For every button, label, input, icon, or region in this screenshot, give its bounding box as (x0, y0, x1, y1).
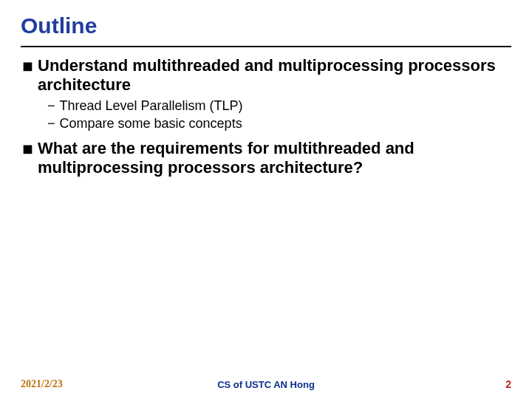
bullet-level1: ◼ Understand multithreaded and multiproc… (22, 56, 511, 95)
list-item: − Compare some basic concepts (47, 115, 511, 132)
dash-bullet-icon: − (47, 115, 55, 132)
list-item: ◼ Understand multithreaded and multiproc… (22, 56, 511, 132)
list-item: ◼ What are the requirements for multithr… (22, 139, 511, 177)
bullet-text: Understand multithreaded and multiproces… (38, 56, 511, 95)
square-bullet-icon: ◼ (22, 56, 33, 75)
title-divider (21, 46, 511, 47)
bullet-level1: ◼ What are the requirements for multithr… (22, 139, 511, 177)
sub-bullet-text: Thread Level Parallelism (TLP) (60, 98, 243, 114)
footer-center-text: CS of USTC AN Hong (217, 379, 315, 390)
bullet-list: ◼ Understand multithreaded and multiproc… (21, 56, 511, 177)
sub-bullet-list: − Thread Level Parallelism (TLP) − Compa… (22, 98, 511, 132)
footer-date: 2021/2/23 (21, 378, 63, 390)
footer-page-number: 2 (505, 378, 511, 390)
list-item: − Thread Level Parallelism (TLP) (47, 98, 511, 114)
bullet-text: What are the requirements for multithrea… (38, 139, 511, 177)
slide-title: Outline (21, 13, 511, 38)
slide: Outline ◼ Understand multithreaded and m… (0, 0, 532, 399)
dash-bullet-icon: − (47, 98, 55, 114)
sub-bullet-text: Compare some basic concepts (60, 115, 242, 132)
square-bullet-icon: ◼ (22, 139, 33, 158)
